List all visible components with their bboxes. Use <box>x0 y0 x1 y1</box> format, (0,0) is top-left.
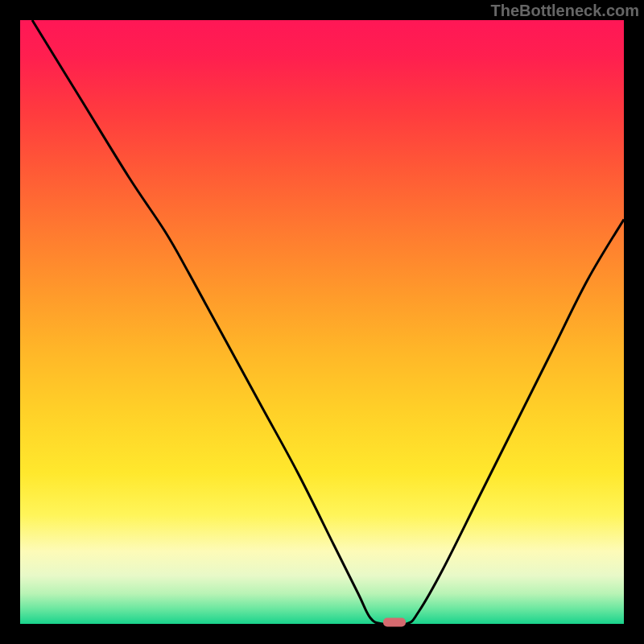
chart-container: TheBottleneck.com <box>0 0 644 644</box>
plot-background <box>20 20 624 624</box>
bottleneck-chart <box>0 0 644 644</box>
valley-marker <box>383 618 406 627</box>
watermark-text: TheBottleneck.com <box>491 2 639 20</box>
